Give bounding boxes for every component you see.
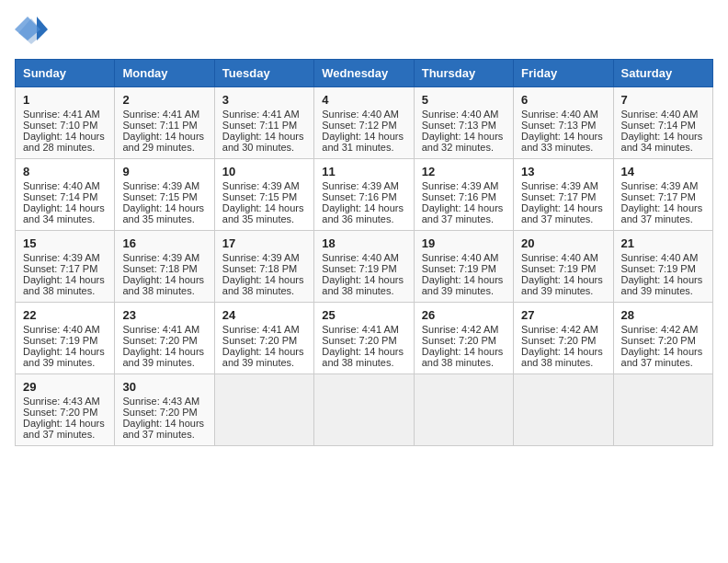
header-row: SundayMondayTuesdayWednesdayThursdayFrid… xyxy=(16,60,713,87)
calendar-cell: 25Sunrise: 4:41 AMSunset: 7:20 PMDayligh… xyxy=(314,303,414,374)
daylight-text: Daylight: 14 hours and 39 minutes. xyxy=(222,346,306,368)
header-cell-monday: Monday xyxy=(115,60,214,87)
daylight-text: Daylight: 14 hours and 39 minutes. xyxy=(422,274,506,296)
calendar-cell: 4Sunrise: 4:40 AMSunset: 7:12 PMDaylight… xyxy=(314,87,414,159)
day-number: 9 xyxy=(122,165,206,178)
daylight-text: Daylight: 14 hours and 31 minutes. xyxy=(322,131,405,153)
daylight-text: Daylight: 14 hours and 30 minutes. xyxy=(222,131,306,153)
calendar-cell: 9Sunrise: 4:39 AMSunset: 7:15 PMDaylight… xyxy=(115,159,214,231)
day-number: 4 xyxy=(322,93,405,107)
daylight-text: Daylight: 14 hours and 38 minutes. xyxy=(322,274,405,296)
daylight-text: Daylight: 14 hours and 32 minutes. xyxy=(422,131,506,153)
sunset-text: Sunset: 7:19 PM xyxy=(322,263,405,274)
daylight-text: Daylight: 14 hours and 37 minutes. xyxy=(23,418,107,440)
calendar-cell: 6Sunrise: 4:40 AMSunset: 7:13 PMDaylight… xyxy=(514,87,613,159)
calendar-cell: 8Sunrise: 4:40 AMSunset: 7:14 PMDaylight… xyxy=(16,159,115,231)
calendar-cell: 13Sunrise: 4:39 AMSunset: 7:17 PMDayligh… xyxy=(514,159,613,231)
sunrise-text: Sunrise: 4:40 AM xyxy=(422,252,506,263)
day-number: 17 xyxy=(222,236,306,250)
day-number: 6 xyxy=(521,93,605,107)
calendar-cell xyxy=(314,374,414,446)
day-number: 24 xyxy=(222,308,306,322)
sunset-text: Sunset: 7:20 PM xyxy=(122,407,206,418)
sunset-text: Sunset: 7:18 PM xyxy=(122,263,206,274)
header-cell-thursday: Thursday xyxy=(414,60,513,87)
sunset-text: Sunset: 7:14 PM xyxy=(621,120,705,131)
calendar-cell: 27Sunrise: 4:42 AMSunset: 7:20 PMDayligh… xyxy=(514,303,613,374)
calendar-cell: 16Sunrise: 4:39 AMSunset: 7:18 PMDayligh… xyxy=(115,231,214,303)
sunrise-text: Sunrise: 4:41 AM xyxy=(122,109,206,120)
sunset-text: Sunset: 7:17 PM xyxy=(621,191,705,202)
header-cell-friday: Friday xyxy=(514,60,613,87)
calendar-cell xyxy=(514,374,613,446)
day-number: 25 xyxy=(322,308,405,322)
daylight-text: Daylight: 14 hours and 38 minutes. xyxy=(521,346,605,368)
calendar-cell: 5Sunrise: 4:40 AMSunset: 7:13 PMDaylight… xyxy=(414,87,513,159)
day-number: 8 xyxy=(23,165,107,178)
daylight-text: Daylight: 14 hours and 33 minutes. xyxy=(521,131,605,153)
calendar-header: SundayMondayTuesdayWednesdayThursdayFrid… xyxy=(16,60,713,87)
calendar-week-1: 8Sunrise: 4:40 AMSunset: 7:14 PMDaylight… xyxy=(16,159,713,231)
sunrise-text: Sunrise: 4:40 AM xyxy=(322,252,405,263)
calendar-cell: 21Sunrise: 4:40 AMSunset: 7:19 PMDayligh… xyxy=(613,231,712,303)
calendar-cell: 11Sunrise: 4:39 AMSunset: 7:16 PMDayligh… xyxy=(314,159,414,231)
day-number: 20 xyxy=(521,236,605,250)
sunrise-text: Sunrise: 4:39 AM xyxy=(322,180,405,191)
daylight-text: Daylight: 14 hours and 28 minutes. xyxy=(23,131,107,153)
calendar-cell: 23Sunrise: 4:41 AMSunset: 7:20 PMDayligh… xyxy=(115,303,214,374)
daylight-text: Daylight: 14 hours and 29 minutes. xyxy=(122,131,206,153)
sunrise-text: Sunrise: 4:39 AM xyxy=(422,180,506,191)
sunset-text: Sunset: 7:18 PM xyxy=(222,263,306,274)
day-number: 19 xyxy=(422,236,506,250)
sunset-text: Sunset: 7:11 PM xyxy=(222,120,306,131)
calendar-cell: 7Sunrise: 4:40 AMSunset: 7:14 PMDaylight… xyxy=(613,87,712,159)
sunset-text: Sunset: 7:17 PM xyxy=(521,191,605,202)
sunrise-text: Sunrise: 4:39 AM xyxy=(222,252,306,263)
daylight-text: Daylight: 14 hours and 37 minutes. xyxy=(422,202,506,224)
day-number: 30 xyxy=(122,380,206,394)
sunrise-text: Sunrise: 4:41 AM xyxy=(23,109,107,120)
sunrise-text: Sunrise: 4:39 AM xyxy=(621,180,705,191)
daylight-text: Daylight: 14 hours and 37 minutes. xyxy=(521,202,605,224)
day-number: 18 xyxy=(322,236,405,250)
calendar-cell: 20Sunrise: 4:40 AMSunset: 7:19 PMDayligh… xyxy=(514,231,613,303)
day-number: 16 xyxy=(122,236,206,250)
sunset-text: Sunset: 7:20 PM xyxy=(621,335,705,346)
daylight-text: Daylight: 14 hours and 39 minutes. xyxy=(23,346,107,368)
calendar-cell: 19Sunrise: 4:40 AMSunset: 7:19 PMDayligh… xyxy=(414,231,513,303)
day-number: 7 xyxy=(621,93,705,107)
header xyxy=(15,15,713,48)
sunset-text: Sunset: 7:14 PM xyxy=(23,191,107,202)
daylight-text: Daylight: 14 hours and 38 minutes. xyxy=(222,274,306,296)
daylight-text: Daylight: 14 hours and 34 minutes. xyxy=(23,202,107,224)
daylight-text: Daylight: 14 hours and 39 minutes. xyxy=(521,274,605,296)
calendar-week-4: 29Sunrise: 4:43 AMSunset: 7:20 PMDayligh… xyxy=(16,374,713,446)
calendar-week-3: 22Sunrise: 4:40 AMSunset: 7:19 PMDayligh… xyxy=(16,303,713,374)
sunrise-text: Sunrise: 4:40 AM xyxy=(521,109,605,120)
day-number: 2 xyxy=(122,93,206,107)
sunset-text: Sunset: 7:19 PM xyxy=(521,263,605,274)
day-number: 22 xyxy=(23,308,107,322)
sunrise-text: Sunrise: 4:40 AM xyxy=(521,252,605,263)
daylight-text: Daylight: 14 hours and 38 minutes. xyxy=(122,274,206,296)
header-cell-sunday: Sunday xyxy=(16,60,115,87)
daylight-text: Daylight: 14 hours and 34 minutes. xyxy=(621,131,705,153)
calendar-cell xyxy=(613,374,712,446)
calendar-cell: 17Sunrise: 4:39 AMSunset: 7:18 PMDayligh… xyxy=(214,231,313,303)
sunset-text: Sunset: 7:16 PM xyxy=(322,191,405,202)
sunset-text: Sunset: 7:15 PM xyxy=(122,191,206,202)
sunset-text: Sunset: 7:13 PM xyxy=(422,120,506,131)
calendar-cell: 1Sunrise: 4:41 AMSunset: 7:10 PMDaylight… xyxy=(16,87,115,159)
sunrise-text: Sunrise: 4:42 AM xyxy=(422,324,506,335)
day-number: 3 xyxy=(222,93,306,107)
calendar-cell: 14Sunrise: 4:39 AMSunset: 7:17 PMDayligh… xyxy=(613,159,712,231)
daylight-text: Daylight: 14 hours and 36 minutes. xyxy=(322,202,405,224)
sunrise-text: Sunrise: 4:40 AM xyxy=(621,252,705,263)
daylight-text: Daylight: 14 hours and 35 minutes. xyxy=(122,202,206,224)
sunset-text: Sunset: 7:19 PM xyxy=(23,335,107,346)
calendar-cell: 22Sunrise: 4:40 AMSunset: 7:19 PMDayligh… xyxy=(16,303,115,374)
sunrise-text: Sunrise: 4:41 AM xyxy=(122,324,206,335)
sunrise-text: Sunrise: 4:43 AM xyxy=(122,396,206,407)
day-number: 28 xyxy=(621,308,705,322)
sunset-text: Sunset: 7:11 PM xyxy=(122,120,206,131)
